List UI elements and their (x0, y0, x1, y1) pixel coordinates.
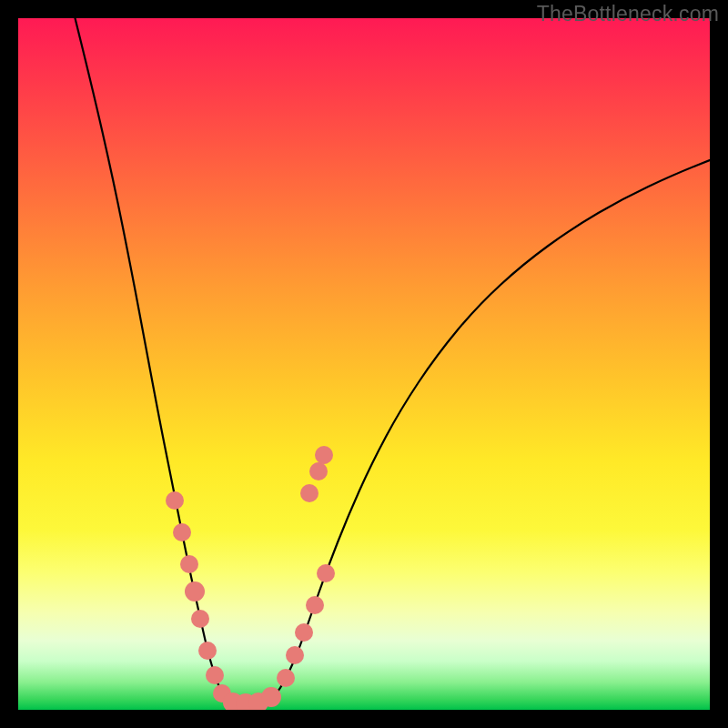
data-point (198, 642, 217, 660)
data-point (315, 446, 333, 464)
data-point (286, 646, 304, 664)
plot-svg (18, 18, 710, 710)
data-point (309, 462, 328, 480)
data-point (295, 623, 313, 642)
right-curve (271, 157, 710, 699)
data-point (180, 555, 198, 573)
data-point (173, 523, 191, 541)
data-point (261, 687, 281, 707)
data-point (191, 610, 209, 628)
data-point (317, 564, 335, 582)
watermark-text: TheBottleneck.com (537, 2, 719, 26)
chart-frame (18, 18, 710, 710)
curves-group (73, 18, 710, 704)
data-point (185, 581, 205, 602)
data-point (300, 484, 318, 502)
data-point (306, 596, 324, 614)
data-point (206, 666, 224, 684)
data-point (277, 669, 295, 687)
data-point (166, 491, 184, 510)
left-curve (73, 18, 238, 703)
